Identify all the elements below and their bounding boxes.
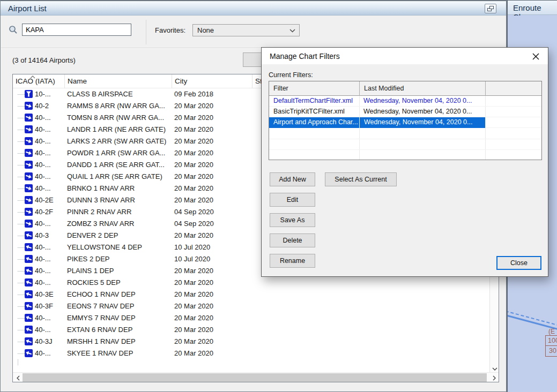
cell-icao: 40-3F: [35, 300, 64, 312]
filter-row[interactable]: BasicTripKitTCFilter.xmlWednesday, Novem…: [269, 107, 541, 117]
cell-date: 20 Mar 2020: [174, 336, 251, 348]
airport-list-titlebar[interactable]: Airport List: [1, 1, 506, 16]
tree-connector: [18, 306, 25, 307]
cell-filter-name: BasicTripKitTCFilter.xml: [269, 107, 359, 117]
tree-connector: [18, 130, 25, 130]
cell-icao: 10-...: [35, 88, 64, 100]
table-row[interactable]: 40-...SKYEE 1 RNAV DEP20 Mar 2020: [13, 348, 489, 359]
cell-icao: 40-...: [35, 265, 64, 277]
cell-name: SKYEE 1 RNAV DEP: [67, 348, 172, 359]
departure-icon: [25, 231, 33, 239]
cell-icao: 40-3E: [35, 289, 64, 300]
tree-connector: [18, 247, 25, 248]
cell-date: 20 Mar 2020: [174, 312, 251, 324]
favorites-value: None: [197, 26, 214, 34]
tree-connector: [18, 318, 25, 319]
cell-name: DANDD 1 ARR (SE ARR GAT...: [67, 159, 172, 171]
filter-row[interactable]: Airport and Approach Char...Wednesday, N…: [269, 117, 541, 128]
scroll-right-button[interactable]: [489, 373, 499, 382]
cell-name: YELLOWSTONE 4 DEP: [67, 242, 172, 253]
tree-connector: [18, 342, 25, 342]
horizontal-scrollbar[interactable]: [13, 372, 499, 382]
cell-icao: 40-...: [35, 112, 64, 124]
header-last-modified[interactable]: Last Modified: [359, 81, 485, 96]
cell-date: 20 Mar 2020: [174, 277, 251, 289]
filter-list-header: Filter Last Modified: [269, 81, 541, 96]
cell-date: 20 Mar 2020: [174, 135, 251, 147]
table-row[interactable]: 40-3FEEONS 7 RNAV DEP20 Mar 2020: [13, 300, 489, 312]
arrival-icon: [25, 220, 33, 228]
cell-date: 20 Mar 2020: [174, 100, 251, 112]
tree-connector: [18, 224, 25, 224]
scroll-down-button[interactable]: [490, 363, 499, 372]
header-icao[interactable]: ICAO (IATA): [13, 74, 64, 88]
edit-button[interactable]: Edit: [270, 193, 315, 207]
header-name[interactable]: Name: [64, 74, 172, 88]
cell-name: EXTAN 6 RNAV DEP: [67, 324, 172, 336]
tree-connector: [18, 94, 25, 95]
cell-icao: 40-2F: [35, 206, 64, 218]
tree-connector: [18, 141, 25, 142]
float-window-button[interactable]: [485, 4, 496, 13]
filter-row-empty[interactable]: [269, 139, 541, 150]
sort-ascending-icon: [30, 76, 35, 79]
cell-name: EMMYS 7 RNAV DEP: [67, 312, 172, 324]
close-button[interactable]: Close: [496, 256, 541, 270]
cell-date: 20 Mar 2020: [174, 194, 251, 206]
arrival-icon: [25, 196, 33, 204]
table-row[interactable]: 40-...EMMYS 7 RNAV DEP20 Mar 2020: [13, 312, 489, 324]
cell-date: 20 Mar 2020: [174, 324, 251, 336]
tree-connector: [18, 189, 25, 189]
tree-connector: [18, 200, 25, 201]
airway-data-box: 100 30: [545, 335, 557, 357]
airway-label-prefix: (E: [548, 328, 555, 335]
cell-date: 04 Sep 2020: [174, 218, 251, 230]
save-as-button[interactable]: Save As: [270, 213, 315, 227]
table-row[interactable]: 40-3EECHOO 1 RNAV DEP20 Mar 2020: [13, 289, 489, 300]
favorites-dropdown[interactable]: None: [192, 24, 300, 36]
cell-name: ZOMBZ 3 RNAV ARR: [67, 218, 172, 230]
cell-icao: 40-...: [35, 171, 64, 183]
header-filter[interactable]: Filter: [269, 81, 359, 96]
table-row[interactable]: 40-...EXTAN 6 RNAV DEP20 Mar 2020: [13, 324, 489, 336]
filter-row[interactable]: DefaultTermChartFilter.xmlWednesday, Nov…: [269, 96, 541, 107]
cell-date: 10 Jul 2020: [174, 253, 251, 265]
tree-connector: [18, 153, 25, 154]
cell-name: QUAIL 1 ARR (SE ARR GATE): [67, 171, 172, 183]
cell-last-modified: Wednesday, November 04, 2020 0...: [359, 96, 485, 107]
horizontal-scroll-thumb[interactable]: [23, 373, 487, 382]
departure-icon: [25, 337, 33, 345]
filter-row-empty[interactable]: [269, 150, 541, 161]
rename-button[interactable]: Rename: [270, 254, 315, 268]
manage-chart-filters-dialog: Manage Chart Filters Current Filters: Fi…: [261, 47, 548, 277]
toolbar-separator: [146, 20, 146, 44]
cell-icao: 40-...: [35, 324, 64, 336]
arrival-icon: [25, 137, 33, 145]
select-as-current-button[interactable]: Select As Current: [325, 172, 397, 186]
scroll-left-button[interactable]: [13, 373, 23, 382]
close-icon: [532, 53, 539, 60]
cell-icao: 40-...: [35, 218, 64, 230]
dialog-close-button[interactable]: [530, 51, 541, 62]
cell-icao: 40-2E: [35, 194, 64, 206]
cell-last-modified: Wednesday, November 04, 2020 0...: [359, 117, 485, 128]
cell-last-modified: Wednesday, November 04, 2020 0...: [359, 107, 485, 117]
departure-icon: [25, 326, 33, 334]
table-row[interactable]: 40-3JMRSHH 1 RNAV DEP20 Mar 2020: [13, 336, 489, 348]
cell-icao: 40-...: [35, 159, 64, 171]
filter-row-empty[interactable]: [269, 128, 541, 139]
cell-date: 20 Mar 2020: [174, 159, 251, 171]
table-row[interactable]: 40-...ROCKIES 5 DEP20 Mar 2020: [13, 277, 489, 289]
header-city[interactable]: City: [172, 74, 252, 88]
cell-date: 09 Feb 2018: [174, 88, 251, 100]
search-input[interactable]: [22, 24, 131, 36]
window-title: Airport List: [8, 4, 47, 13]
delete-button[interactable]: Delete: [270, 233, 315, 247]
dialog-titlebar[interactable]: Manage Chart Filters: [262, 48, 548, 64]
arrival-icon: [25, 184, 33, 192]
add-new-button[interactable]: Add New: [270, 172, 315, 186]
departure-icon: [25, 278, 33, 287]
manage-chart-filters-button[interactable]: [243, 52, 262, 67]
cell-icao: 40-...: [35, 348, 64, 359]
enroute-titlebar[interactable]: Enroute Cha: [508, 0, 557, 15]
